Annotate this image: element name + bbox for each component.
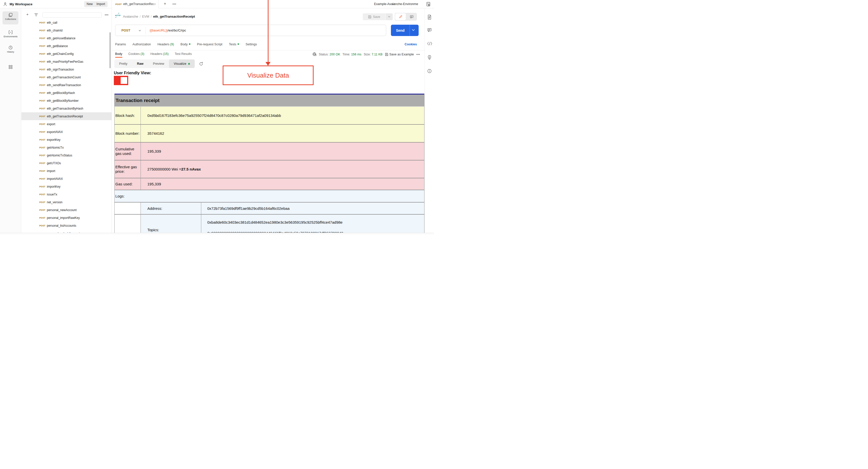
sidebar-item-export[interactable]: POSTexport — [22, 120, 112, 128]
network-icon[interactable] — [312, 52, 317, 56]
filter-icon[interactable] — [34, 13, 38, 17]
sidebar-item-eth_sendRawTransaction[interactable]: POSTeth_sendRawTransaction — [22, 81, 112, 89]
sidebar-item-getAtomicTxStatus[interactable]: POSTgetAtomicTxStatus — [22, 151, 112, 159]
add-collection-button[interactable]: + — [25, 12, 30, 17]
tab-params[interactable]: Params — [115, 42, 126, 46]
edit-mode-button[interactable] — [395, 13, 406, 20]
sidebar-item-importKey[interactable]: POSTimportKey — [22, 183, 112, 190]
new-button[interactable]: New — [84, 1, 95, 7]
new-tab-button[interactable]: + — [162, 1, 168, 7]
method-label: POST — [39, 107, 47, 110]
sidebar-item-personal_importRawKey[interactable]: POSTpersonal_importRawKey — [22, 214, 112, 222]
sidebar-item-importAVAX[interactable]: POSTimportAVAX — [22, 175, 112, 183]
info-icon[interactable] — [427, 69, 432, 73]
documentation-icon[interactable] — [427, 14, 432, 20]
request-tab[interactable]: POSTeth_getTransactionRece — [112, 0, 159, 8]
method-selector[interactable]: POST — [121, 28, 130, 32]
environment-selector[interactable]: Example-Avalanche-Environme — [374, 2, 418, 6]
tab-count: (9) — [170, 42, 174, 46]
sidebar-item-eth_getChainConfig[interactable]: POSTeth_getChainConfig — [22, 50, 112, 58]
method-chevron-icon[interactable] — [138, 30, 141, 31]
request-name: issueTx — [47, 193, 57, 196]
sidebar-item-eth_getBlockByHash[interactable]: POSTeth_getBlockByHash — [22, 89, 112, 97]
sidebar-item-eth_signTransaction[interactable]: POSTeth_signTransaction — [22, 65, 112, 73]
sidebar-item-getUTXOs[interactable]: POSTgetUTXOs — [22, 159, 112, 167]
four-squares-icon — [0, 65, 21, 69]
sidebar-item-eth_call[interactable]: POSTeth_call — [22, 19, 112, 26]
time-value[interactable]: 156 ms — [351, 53, 362, 56]
save-as-example-button[interactable]: Save as Example — [385, 53, 414, 56]
sidebar-item-exportKey[interactable]: POSTexportKey — [22, 136, 112, 144]
response-tab-body[interactable]: Body — [115, 52, 122, 58]
sidebar-item-eth_chainId[interactable]: POSTeth_chainId — [22, 26, 112, 34]
view-tab-pretty[interactable]: Pretty — [114, 59, 132, 68]
sidebar-item-issueTx[interactable]: POSTissueTx — [22, 190, 112, 198]
lightbulb-icon[interactable] — [427, 55, 432, 60]
breadcrumb-collection[interactable]: Avalanche — [123, 14, 138, 19]
refresh-icon[interactable] — [199, 62, 203, 66]
chevron-down-icon[interactable] — [392, 3, 395, 5]
user-friendly-view-checkbox[interactable] — [114, 76, 128, 85]
response-tab-cookies[interactable]: Cookies(3) — [128, 52, 144, 58]
sidebar-item-history[interactable]: History — [0, 45, 21, 53]
sidebar-item-eth_getBlockByNumber[interactable]: POSTeth_getBlockByNumber — [22, 97, 112, 104]
sidebar-item-eth_getTransactionCount[interactable]: POSTeth_getTransactionCount — [22, 73, 112, 81]
response-more-icon[interactable] — [416, 53, 420, 55]
breadcrumb-folder[interactable]: EVM — [142, 14, 149, 19]
sidebar-item-exportAVAX[interactable]: POSTexportAVAX — [22, 128, 112, 136]
sidebar-item-getAtomicTx[interactable]: POSTgetAtomicTx — [22, 144, 112, 151]
sidebar-item-environments[interactable]: Environments — [0, 30, 21, 38]
sidebar-item-blocks[interactable] — [0, 65, 21, 69]
tab-headers[interactable]: Headers(9) — [157, 42, 174, 46]
url-input[interactable]: {{baseURL}}/ext/bc/C/rpc — [150, 28, 186, 32]
save-button[interactable]: Save — [363, 13, 385, 20]
sidebar-item-net_version[interactable]: POSTnet_version — [22, 198, 112, 206]
view-tab-visualize[interactable]: Visualize — [169, 59, 195, 68]
send-button[interactable]: Send — [391, 25, 418, 36]
sidebar-more-icon[interactable] — [104, 14, 108, 16]
save-options-chevron[interactable] — [385, 13, 393, 20]
sidebar-item-eth_getAssetBalance[interactable]: POSTeth_getAssetBalance — [22, 34, 112, 42]
method-label: POST — [39, 193, 47, 196]
tab-body[interactable]: Body — [181, 42, 191, 46]
request-name: export — [47, 122, 55, 126]
cookies-link[interactable]: Cookies — [405, 42, 417, 46]
request-name: eth_getChainConfig — [47, 52, 73, 56]
view-tab-preview[interactable]: Preview — [148, 59, 169, 68]
size-value[interactable]: 7.11 KB — [372, 53, 383, 56]
response-tab-headers[interactable]: Headers(15) — [150, 52, 168, 58]
comment-mode-button[interactable] — [406, 13, 417, 21]
person-icon[interactable] — [3, 2, 7, 6]
collections-label: Collections — [0, 18, 21, 21]
view-tab-raw[interactable]: Raw — [132, 59, 148, 68]
breadcrumb-current[interactable]: eth_getTransactionReceipt — [153, 14, 195, 19]
response-tab-test-results[interactable]: Test Results — [175, 52, 192, 58]
tab-more-icon[interactable] — [172, 2, 176, 6]
tab-authorization[interactable]: Authorization — [132, 42, 151, 46]
tab-settings[interactable]: Settings — [246, 42, 257, 46]
sidebar-item-eth_getBalance[interactable]: POSTeth_getBalance — [22, 42, 112, 50]
workspace-name[interactable]: My Workspace — [9, 2, 32, 6]
import-button[interactable]: Import — [94, 1, 107, 7]
tab-pre-request-script[interactable]: Pre-request Script — [197, 42, 222, 46]
row-label: Effective gas price: — [115, 160, 141, 178]
comments-icon[interactable] — [427, 28, 432, 32]
send-options-chevron[interactable] — [412, 29, 415, 31]
sidebar-item-eth_maxPriorityFeePerGas[interactable]: POSTeth_maxPriorityFeePerGas — [22, 58, 112, 65]
tab-tests[interactable]: Tests — [229, 42, 239, 46]
sidebar-item-collections[interactable]: Collections — [0, 12, 21, 21]
row-label: Block number: — [115, 125, 141, 142]
sidebar-item-eth_getTransactionByHash[interactable]: POSTeth_getTransactionByHash — [22, 104, 112, 112]
sidebar-item-eth_getTransactionReceipt[interactable]: POSTeth_getTransactionReceipt — [22, 112, 112, 120]
sidebar-item-personal_listAccounts[interactable]: POSTpersonal_listAccounts — [22, 222, 112, 229]
status-value[interactable]: 200 OK — [330, 53, 340, 56]
sidebar-item-import[interactable]: POSTimport — [22, 167, 112, 175]
sidebar-item-personal_newAccount[interactable]: POSTpersonal_newAccount — [22, 206, 112, 214]
method-label: POST — [39, 84, 47, 86]
code-icon[interactable] — [427, 41, 432, 45]
status-label: Status: — [319, 53, 329, 56]
sidebar-scrollbar[interactable] — [110, 32, 111, 68]
method-label: POST — [39, 37, 47, 39]
environment-quick-look-icon[interactable] — [426, 2, 431, 6]
sidebar-search-input[interactable] — [42, 12, 102, 18]
